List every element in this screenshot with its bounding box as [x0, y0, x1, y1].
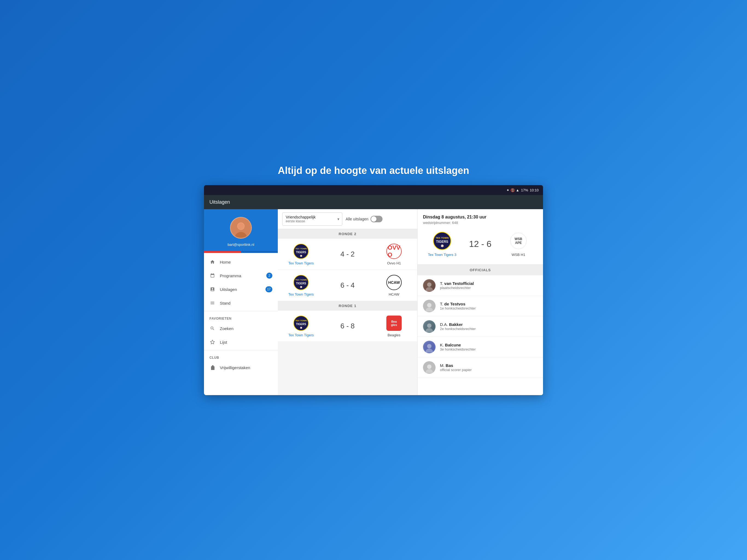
- top-bar-title: Uitslagen: [209, 199, 230, 205]
- svg-marker-4: [210, 340, 215, 344]
- official-avatar: [423, 300, 436, 312]
- competition-dropdown[interactable]: Vriendschappelijk eerste klasse ▾: [282, 212, 342, 226]
- home-team-name[interactable]: Tex Town Tigers: [288, 261, 314, 265]
- programma-badge: 2: [266, 273, 272, 279]
- search-icon: [209, 325, 215, 331]
- results-toolbar: Vriendschappelijk eerste klasse ▾ Alle u…: [278, 209, 417, 229]
- sidebar-label-stand: Stand: [220, 301, 231, 305]
- battery-text: 17%: [521, 188, 528, 192]
- nav-divider-2: [204, 350, 278, 350]
- official-info: T. van Testofficialplaatscheidsrechter: [440, 281, 474, 290]
- sidebar-item-uitslagen[interactable]: Uitslagen 17: [204, 282, 278, 296]
- dropdown-main-value: Vriendschappelijk: [286, 215, 339, 219]
- match-score: 4 - 2: [319, 250, 376, 258]
- sidebar-item-stand[interactable]: Stand: [204, 296, 278, 310]
- away-team-name-2: HCAW: [389, 292, 399, 297]
- sidebar-email: bart@sportlink.nl: [228, 243, 254, 247]
- tigers-logo-2: TEX TOWN TIGERS ⚾: [293, 274, 309, 291]
- club-title: CLUB: [204, 351, 278, 361]
- results-list: RONDE 2 TEX TOWN TIGERS ⚾: [278, 229, 417, 395]
- official-name: T. de Testvos: [440, 302, 476, 306]
- tigers-logo-3: TEX TOWN TIGERS ⚾: [293, 315, 309, 331]
- tigers-logo-svg-3: TEX TOWN TIGERS ⚾: [293, 315, 309, 331]
- svg-text:TIGERS: TIGERS: [296, 323, 306, 326]
- detail-away-team-name: WSB H1: [512, 253, 525, 257]
- svg-point-34: [427, 364, 432, 369]
- official-avatar: [423, 341, 436, 353]
- nav-divider-1: [204, 311, 278, 311]
- svg-text:⚾: ⚾: [441, 244, 444, 248]
- sidebar-item-lijst[interactable]: Lijst: [204, 335, 278, 349]
- svg-point-31: [427, 344, 432, 348]
- officials-header: OFFICIALS: [417, 265, 543, 275]
- results-icon: [209, 286, 215, 292]
- svg-text:TEX TOWN: TEX TOWN: [295, 279, 307, 281]
- sidebar-label-home: Home: [220, 260, 231, 264]
- official-info: M. Basofficial scorer papier: [440, 363, 472, 372]
- official-name: D.A. Bakker: [440, 322, 476, 327]
- results-panel: Vriendschappelijk eerste klasse ▾ Alle u…: [278, 209, 417, 395]
- toggle-knob: [371, 216, 377, 222]
- time-text: 10:10: [530, 188, 539, 192]
- away-team-name-3: Beagles: [388, 333, 401, 337]
- official-name: K. Balcune: [440, 342, 476, 347]
- official-avatar: [423, 279, 436, 292]
- officials-section: OFFICIALS T. van Testofficialplaatscheid…: [417, 265, 543, 395]
- home-team-block: TEX TOWN TIGERS ⚾ Tex Town Tigers: [283, 274, 319, 297]
- device-frame: ✦ 📵 ▲ 17% 10:10 Uitslagen: [204, 185, 543, 395]
- avatar: [230, 217, 252, 239]
- official-info: K. Balcune3e honkscheidsrechter: [440, 342, 476, 351]
- all-results-toggle[interactable]: Alle uitslagen: [345, 216, 383, 222]
- svg-point-3: [238, 223, 244, 229]
- sidebar-item-home[interactable]: Home: [204, 255, 278, 269]
- sidebar-nav: Home Programma 2 Uitslagen: [204, 253, 278, 395]
- sidebar-label-vrijwilligerstaken: Vrijwilligerstaken: [220, 365, 250, 370]
- detail-score: 12 - 6: [469, 239, 492, 249]
- svg-text:⚾: ⚾: [300, 286, 302, 288]
- svg-text:TEX TOWN: TEX TOWN: [436, 236, 448, 239]
- detail-away-team: WSBAPE WSB H1: [499, 231, 538, 257]
- uitslagen-badge: 17: [265, 286, 272, 292]
- official-name: T. van Testofficial: [440, 281, 474, 286]
- home-team-block: TEX TOWN TIGERS ⚾ Tex Town Tigers: [283, 243, 319, 265]
- match-number: wedstrijdnummer: 648: [423, 221, 538, 225]
- home-team-name-3[interactable]: Tex Town Tigers: [288, 333, 314, 337]
- detail-tigers-logo: TEX TOWN TIGERS ⚾: [433, 231, 452, 251]
- official-role: 3e honkscheidsrechter: [440, 347, 476, 351]
- toggle-switch[interactable]: [370, 216, 383, 222]
- official-role: 2e honkscheidsrechter: [440, 327, 476, 331]
- main-content: bart@sportlink.nl Home: [204, 209, 543, 395]
- detail-home-team-name[interactable]: Tex Town Tigers 3: [428, 253, 456, 257]
- svg-text:TEX TOWN: TEX TOWN: [295, 248, 307, 250]
- official-row: M. Basofficial scorer papier: [417, 357, 543, 378]
- tigers-logo-svg-2: TEX TOWN TIGERS ⚾: [293, 275, 309, 290]
- official-row: T. van Testofficialplaatscheidsrechter: [417, 275, 543, 296]
- official-row: T. de Testvos1e honkscheidsrechter: [417, 296, 543, 316]
- official-role: official scorer papier: [440, 368, 472, 372]
- hcaw-logo: HCAW: [386, 274, 402, 291]
- official-info: T. de Testvos1e honkscheidsrechter: [440, 302, 476, 310]
- svg-text:⚾: ⚾: [300, 255, 302, 257]
- dropdown-sub-value: eerste klasse: [286, 219, 339, 223]
- star-icon: [209, 339, 215, 345]
- sidebar-item-zoeken[interactable]: Zoeken: [204, 322, 278, 335]
- home-icon: [209, 259, 215, 265]
- official-row: D.A. Bakker2e honkscheidsrechter: [417, 316, 543, 337]
- official-name: M. Bas: [440, 363, 472, 368]
- sidebar-profile: bart@sportlink.nl: [204, 209, 278, 252]
- status-icons: ✦ 📵 ▲: [506, 188, 519, 192]
- sidebar: bart@sportlink.nl Home: [204, 209, 278, 395]
- official-row: K. Balcune3e honkscheidsrechter: [417, 337, 543, 357]
- sidebar-item-programma[interactable]: Programma 2: [204, 269, 278, 282]
- detail-header: Dinsdag 8 augustus, 21:30 uur wedstrijdn…: [417, 209, 543, 265]
- svg-point-22: [427, 282, 432, 287]
- sidebar-item-vrijwilligerstaken[interactable]: Vrijwilligerstaken: [204, 361, 278, 374]
- match-row[interactable]: TEX TOWN TIGERS ⚾ Tex Town Tigers 6 - 8 …: [278, 311, 417, 342]
- match-row[interactable]: TEX TOWN TIGERS ⚾ Tex Town Tigers 4 - 2 …: [278, 239, 417, 270]
- away-team-block-3: Beagles Beagles: [376, 315, 412, 337]
- tigers-logo-svg: TEX TOWN TIGERS ⚾: [293, 244, 309, 259]
- home-team-name-2[interactable]: Tex Town Tigers: [288, 292, 314, 297]
- match-row[interactable]: TEX TOWN TIGERS ⚾ Tex Town Tigers 6 - 4 …: [278, 270, 417, 301]
- round-header-2: RONDE 2: [278, 229, 417, 239]
- away-team-block: OVVO Ovvo H1: [376, 243, 412, 265]
